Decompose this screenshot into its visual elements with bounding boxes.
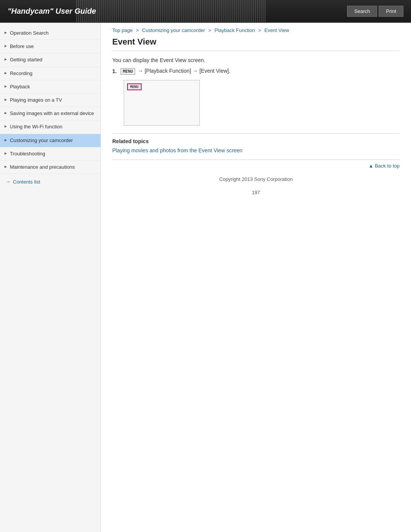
sidebar-item-8[interactable]: ►Customizing your camcorder: [0, 134, 100, 147]
step-number: 1.: [112, 68, 117, 74]
sidebar-label-9: Troubleshooting: [10, 150, 45, 157]
breadcrumb-sep-2: >: [208, 27, 211, 33]
sidebar-item-3[interactable]: ►Recording: [0, 67, 100, 80]
page-description: You can display the Event View screen.: [112, 57, 400, 63]
screenshot-menu-btn: MENU: [127, 83, 142, 90]
sidebar-label-1: Before use: [10, 43, 34, 50]
related-topics-section: Related topics Playing movies and photos…: [112, 133, 400, 153]
footer: Copyright 2013 Sony Corporation: [112, 169, 400, 186]
search-button[interactable]: Search: [347, 6, 377, 17]
page-title: Event View: [112, 37, 400, 47]
sidebar-arrow-7: ►: [4, 124, 8, 128]
screenshot-box: MENU: [124, 80, 200, 126]
sidebar-label-0: Operation Search: [10, 30, 49, 37]
header-decoration: // Generate stripes inline for(let i=0;i…: [76, 0, 365, 22]
step-1-text: → [Playback Function] → [Event View].: [138, 68, 230, 74]
sidebar-arrow-5: ►: [4, 97, 8, 102]
breadcrumb: Top page > Customizing your camcorder > …: [112, 23, 400, 37]
sidebar-arrow-8: ►: [4, 138, 8, 142]
sidebar-arrow-0: ►: [4, 30, 8, 35]
print-button[interactable]: Print: [379, 6, 403, 17]
contents-list-link[interactable]: → Contents list: [0, 174, 100, 189]
header: // Generate stripes inline for(let i=0;i…: [0, 0, 411, 23]
sidebar-item-9[interactable]: ►Troubleshooting: [0, 147, 100, 161]
main-layout: ►Operation Search►Before use►Getting sta…: [0, 23, 411, 532]
sidebar-label-6: Saving images with an external device: [10, 110, 94, 117]
content-body: You can display the Event View screen. 1…: [112, 57, 400, 126]
sidebar-item-10[interactable]: ►Maintenance and precautions: [0, 161, 100, 174]
sidebar-label-8: Customizing your camcorder: [10, 137, 73, 144]
step-1-content: MENU → [Playback Function] → [Event View…: [121, 68, 231, 75]
breadcrumb-sep-1: >: [136, 27, 139, 33]
sidebar-label-3: Recording: [10, 70, 32, 77]
breadcrumb-customizing[interactable]: Customizing your camcorder: [142, 27, 205, 33]
sidebar-label-5: Playing images on a TV: [10, 97, 62, 104]
sidebar-arrow-2: ►: [4, 57, 8, 61]
page-title-section: Event View: [112, 37, 400, 51]
main-content: Top page > Customizing your camcorder > …: [101, 23, 411, 532]
breadcrumb-top[interactable]: Top page: [112, 27, 133, 33]
sidebar-arrow-10: ►: [4, 165, 8, 169]
sidebar-arrow-6: ►: [4, 111, 8, 115]
sidebar-item-1[interactable]: ►Before use: [0, 40, 100, 53]
header-buttons: Search Print: [347, 6, 403, 17]
sidebar-arrow-9: ►: [4, 151, 8, 155]
back-to-top-row: ▲ Back to top: [112, 160, 400, 169]
related-topics-title: Related topics: [112, 138, 400, 144]
step-1: 1. MENU → [Playback Function] → [Event V…: [112, 68, 400, 75]
sidebar-label-4: Playback: [10, 83, 30, 90]
sidebar-label-2: Getting started: [10, 56, 42, 63]
step-list: 1. MENU → [Playback Function] → [Event V…: [112, 68, 400, 75]
sidebar-item-7[interactable]: ►Using the Wi-Fi function: [0, 120, 100, 134]
sidebar-item-0[interactable]: ►Operation Search: [0, 27, 100, 40]
sidebar-label-10: Maintenance and precautions: [10, 164, 75, 171]
breadcrumb-playback[interactable]: Playback Function: [215, 27, 255, 33]
menu-button-inline: MENU: [121, 68, 135, 75]
sidebar-item-5[interactable]: ►Playing images on a TV: [0, 94, 100, 107]
back-to-top-link[interactable]: ▲ Back to top: [368, 163, 400, 169]
page-number: 197: [112, 186, 400, 203]
sidebar-label-7: Using the Wi-Fi function: [10, 123, 62, 130]
contents-list-label: Contents list: [13, 179, 40, 185]
breadcrumb-eventview[interactable]: Event View: [264, 27, 289, 33]
breadcrumb-sep-3: >: [258, 27, 261, 33]
sidebar-item-2[interactable]: ►Getting started: [0, 53, 100, 67]
sidebar-item-6[interactable]: ►Saving images with an external device: [0, 107, 100, 120]
app-title: "Handycam" User Guide: [8, 7, 96, 16]
arrow-right-icon: →: [5, 179, 11, 185]
sidebar-arrow-4: ►: [4, 84, 8, 88]
sidebar-item-4[interactable]: ►Playback: [0, 80, 100, 94]
sidebar-arrow-1: ►: [4, 44, 8, 48]
related-link-eventview[interactable]: Playing movies and photos from the Event…: [112, 147, 242, 153]
sidebar-arrow-3: ►: [4, 71, 8, 75]
sidebar: ►Operation Search►Before use►Getting sta…: [0, 23, 101, 532]
copyright: Copyright 2013 Sony Corporation: [219, 176, 293, 182]
